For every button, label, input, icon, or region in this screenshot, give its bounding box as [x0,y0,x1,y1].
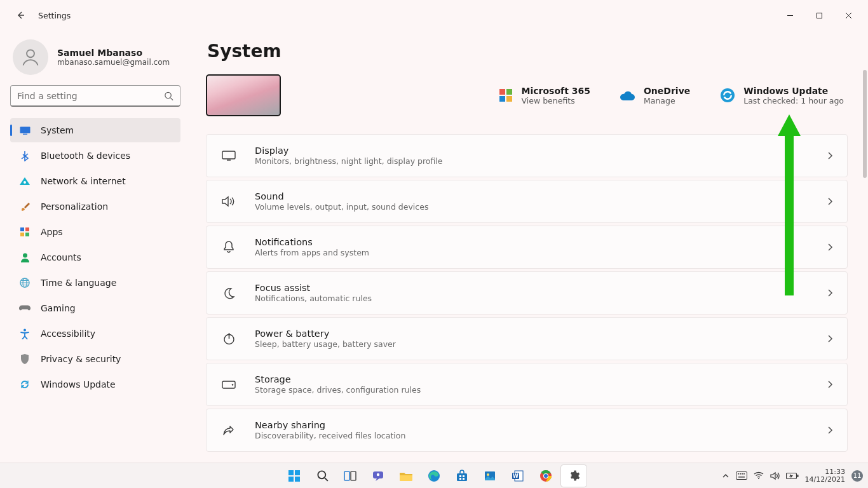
main-content: System Microsoft 365View benefitsOneDriv… [191,30,868,463]
sidebar-item-label: Time & language [41,278,116,288]
chat-button[interactable] [365,465,391,487]
setting-item-storage[interactable]: StorageStorage space, drives, configurat… [206,363,848,406]
top-card-onedrive[interactable]: OneDriveManage [620,86,690,105]
word-icon: W [512,470,524,482]
setting-item-display[interactable]: DisplayMonitors, brightness, night light… [206,134,848,177]
photos-button[interactable] [477,465,503,487]
svg-point-18 [721,88,735,102]
minimize-button[interactable] [775,5,804,25]
top-card-title: Windows Update [743,86,844,96]
setting-subtitle: Volume levels, output, input, sound devi… [255,202,428,212]
svg-rect-52 [738,477,745,478]
page-title: System [207,41,848,62]
back-button[interactable] [10,5,31,25]
svg-rect-36 [463,475,465,477]
chevron-right-icon [827,288,833,297]
sidebar-item-gamepad[interactable]: Gaming [10,296,180,320]
window-title: Settings [38,11,71,20]
task-view-button[interactable] [337,465,363,487]
svg-rect-14 [499,89,505,95]
top-card-m365[interactable]: Microsoft 365View benefits [498,86,590,105]
storage-icon [220,381,237,389]
svg-rect-47 [736,472,747,480]
search-box[interactable] [10,85,180,107]
chrome-icon [539,470,552,482]
svg-rect-4 [23,133,27,134]
svg-point-1 [27,50,34,57]
svg-rect-50 [742,473,743,475]
settings-taskbar-button[interactable] [561,465,587,487]
setting-item-share[interactable]: Nearby sharingDiscoverability, received … [206,409,848,452]
search-input[interactable] [17,91,158,101]
word-button[interactable]: W [505,465,531,487]
sidebar-item-bluetooth[interactable]: Bluetooth & devices [10,144,180,168]
globe-icon [19,277,31,288]
taskbar-search-button[interactable] [309,465,335,487]
top-card-update[interactable]: Windows UpdateLast checked: 1 hour ago [719,86,844,105]
setting-item-sound[interactable]: SoundVolume levels, output, input, sound… [206,180,848,223]
chat-icon [372,470,384,482]
top-card-subtitle: Last checked: 1 hour ago [743,96,844,105]
store-button[interactable] [449,465,475,487]
svg-point-22 [232,384,233,385]
profile-block[interactable]: Samuel Mbanaso mbanaso.samuel@gmail.com [13,39,180,75]
sidebar-item-wifi[interactable]: Network & internet [10,169,180,193]
sidebar-item-accessibility[interactable]: Accessibility [10,322,180,346]
volume-tray-icon[interactable] [770,471,780,480]
setting-item-bell[interactable]: NotificationsAlerts from apps and system [206,226,848,269]
svg-rect-27 [295,477,300,482]
sidebar-item-system[interactable]: System [10,118,180,142]
edge-button[interactable] [421,465,447,487]
notification-badge[interactable]: 11 [851,470,863,482]
sidebar-item-person[interactable]: Accounts [10,245,180,269]
wallpaper-thumbnail[interactable] [206,74,281,116]
svg-rect-34 [457,473,467,481]
svg-point-40 [487,473,489,476]
sidebar-item-label: Privacy & security [41,354,121,364]
setting-title: Display [255,146,442,156]
sidebar-item-apps[interactable]: Apps [10,220,180,244]
maximize-icon [816,12,823,19]
sidebar-item-brush[interactable]: Personalization [10,194,180,219]
setting-subtitle: Sleep, battery usage, battery saver [255,339,396,349]
svg-point-32 [377,473,379,475]
svg-rect-35 [459,475,461,477]
setting-subtitle: Monitors, brightness, night light, displ… [255,156,442,166]
tray-overflow-button[interactable] [722,472,729,480]
scrollbar[interactable] [863,70,867,419]
sidebar-item-update[interactable]: Windows Update [10,372,180,396]
power-icon [220,332,237,345]
setting-item-moon[interactable]: Focus assistNotifications, automatic rul… [206,271,848,315]
sidebar-item-shield[interactable]: Privacy & security [10,347,180,371]
setting-title: Storage [255,374,421,384]
sidebar-item-label: System [41,125,74,135]
svg-point-5 [24,181,26,184]
maximize-button[interactable] [804,5,834,25]
battery-tray-icon[interactable] [786,472,799,480]
close-button[interactable] [834,5,863,25]
gear-icon [568,470,580,482]
taskbar-clock[interactable]: 11:33 14/12/2021 [805,468,845,484]
chrome-button[interactable] [533,465,559,487]
top-card-subtitle: Manage [644,96,690,105]
start-button[interactable] [281,465,307,487]
top-row: Microsoft 365View benefitsOneDriveManage… [206,74,848,116]
task-view-icon [344,470,356,482]
svg-rect-24 [288,470,294,475]
m365-icon [498,87,514,104]
chevron-right-icon [827,380,833,389]
chevron-right-icon [827,334,833,343]
chevron-right-icon [827,426,833,435]
file-explorer-button[interactable] [393,465,419,487]
setting-title: Focus assist [255,283,372,293]
sidebar-item-globe[interactable]: Time & language [10,271,180,295]
keyboard-layout-button[interactable] [736,471,747,480]
setting-title: Sound [255,191,428,201]
wifi-tray-icon[interactable] [754,471,764,480]
top-cards: Microsoft 365View benefitsOneDriveManage… [498,86,848,105]
sidebar-item-label: Apps [41,227,63,237]
sidebar-item-label: Windows Update [41,379,116,390]
svg-rect-25 [295,470,300,475]
setting-item-power[interactable]: Power & batterySleep, battery usage, bat… [206,317,848,360]
top-card-title: Microsoft 365 [522,86,590,96]
